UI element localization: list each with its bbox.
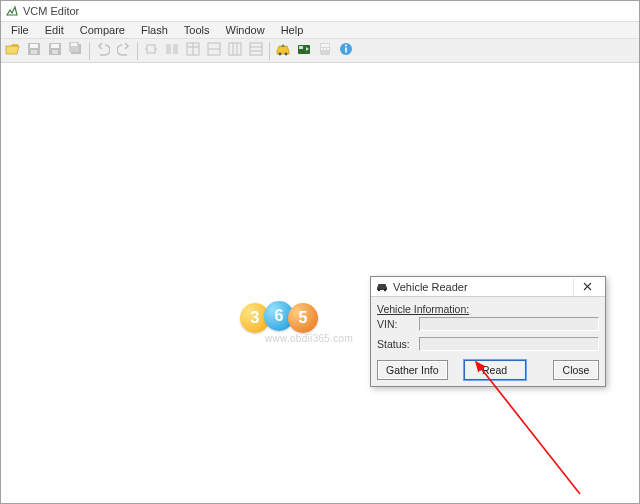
save-icon: [27, 42, 41, 59]
menu-file[interactable]: File: [3, 23, 37, 37]
svg-rect-13: [173, 44, 178, 54]
app-window: VCM Editor File Edit Compare Flash Tools…: [0, 0, 640, 504]
svg-point-37: [378, 288, 380, 290]
menu-edit[interactable]: Edit: [37, 23, 72, 37]
menu-tools[interactable]: Tools: [176, 23, 218, 37]
table-view-1-button[interactable]: [183, 41, 203, 61]
compare-icon: [165, 42, 179, 59]
menu-bar: File Edit Compare Flash Tools Window Hel…: [1, 21, 639, 39]
table-4-icon: [249, 42, 263, 59]
svg-rect-8: [71, 43, 77, 46]
window-title: VCM Editor: [23, 5, 79, 17]
watermark-digit-2: 6: [264, 301, 294, 331]
watermark-digit-1: 3: [240, 303, 270, 333]
redo-button[interactable]: [114, 41, 134, 61]
save-as-button[interactable]: [45, 41, 65, 61]
close-icon: [583, 281, 592, 293]
table-1-icon: [186, 42, 200, 59]
save-button[interactable]: [24, 41, 44, 61]
svg-rect-2: [31, 50, 37, 54]
svg-point-25: [279, 53, 282, 56]
svg-rect-5: [52, 50, 58, 54]
read-button[interactable]: Read: [464, 360, 526, 380]
svg-point-38: [384, 288, 386, 290]
svg-rect-31: [321, 48, 323, 50]
redo-icon: [117, 42, 131, 59]
svg-point-26: [285, 53, 288, 56]
table-2-icon: [207, 42, 221, 59]
svg-rect-1: [30, 44, 38, 48]
calculator-button[interactable]: [315, 41, 335, 61]
save-as-icon: [48, 42, 62, 59]
menu-compare[interactable]: Compare: [72, 23, 133, 37]
save-all-button[interactable]: [66, 41, 86, 61]
svg-rect-4: [51, 44, 59, 48]
connect-icon: [144, 42, 158, 59]
svg-rect-28: [299, 46, 303, 49]
title-bar: VCM Editor: [1, 1, 639, 21]
read-vehicle-button[interactable]: [273, 41, 293, 61]
toolbar-separator: [137, 42, 138, 60]
svg-rect-33: [327, 48, 329, 50]
status-field: [419, 337, 599, 351]
table-3-icon: [228, 42, 242, 59]
compare-button[interactable]: [162, 41, 182, 61]
svg-rect-32: [324, 48, 326, 50]
watermark-url: www.obdii365.com: [234, 333, 384, 344]
menu-help[interactable]: Help: [273, 23, 312, 37]
menu-window[interactable]: Window: [218, 23, 273, 37]
about-button[interactable]: [336, 41, 356, 61]
toolbar-separator: [89, 42, 90, 60]
read-vehicle-icon: [275, 42, 291, 59]
dialog-close-button[interactable]: [573, 278, 601, 296]
svg-rect-22: [250, 43, 262, 55]
dialog-title-text: Vehicle Reader: [393, 281, 468, 293]
gather-info-button[interactable]: Gather Info: [377, 360, 448, 380]
app-icon: [5, 4, 19, 18]
vin-label: VIN:: [377, 318, 415, 330]
open-file-button[interactable]: [3, 41, 23, 61]
toolbar-separator: [269, 42, 270, 60]
menu-flash[interactable]: Flash: [133, 23, 176, 37]
open-file-icon: [5, 42, 21, 59]
watermark: 3 6 5 www.obdii365.com: [234, 299, 384, 344]
connect-button[interactable]: [141, 41, 161, 61]
undo-button[interactable]: [93, 41, 113, 61]
table-view-2-button[interactable]: [204, 41, 224, 61]
toolbar: [1, 39, 639, 63]
vehicle-info-heading: Vehicle Information:: [377, 303, 599, 315]
svg-rect-35: [345, 48, 347, 53]
car-icon: [375, 280, 389, 294]
svg-point-36: [345, 45, 347, 47]
write-vehicle-button[interactable]: [294, 41, 314, 61]
svg-rect-19: [229, 43, 241, 55]
workspace: 3 6 5 www.obdii365.com Vehicle Reader: [2, 64, 638, 502]
about-icon: [339, 42, 353, 59]
table-view-3-button[interactable]: [225, 41, 245, 61]
write-vehicle-icon: [296, 42, 312, 59]
undo-icon: [96, 42, 110, 59]
close-button[interactable]: Close: [553, 360, 599, 380]
calculator-icon: [319, 42, 331, 59]
watermark-digit-3: 5: [288, 303, 318, 333]
vehicle-reader-dialog: Vehicle Reader Vehicle Information: VIN:…: [370, 276, 606, 387]
status-label: Status:: [377, 338, 415, 350]
svg-rect-9: [147, 45, 155, 53]
table-view-4-button[interactable]: [246, 41, 266, 61]
dialog-title-bar[interactable]: Vehicle Reader: [371, 277, 605, 297]
svg-rect-12: [166, 44, 171, 54]
dialog-body: Vehicle Information: VIN: Status: Gather…: [371, 297, 605, 386]
vin-field: [419, 317, 599, 331]
save-all-icon: [69, 42, 83, 59]
svg-rect-30: [321, 44, 329, 47]
